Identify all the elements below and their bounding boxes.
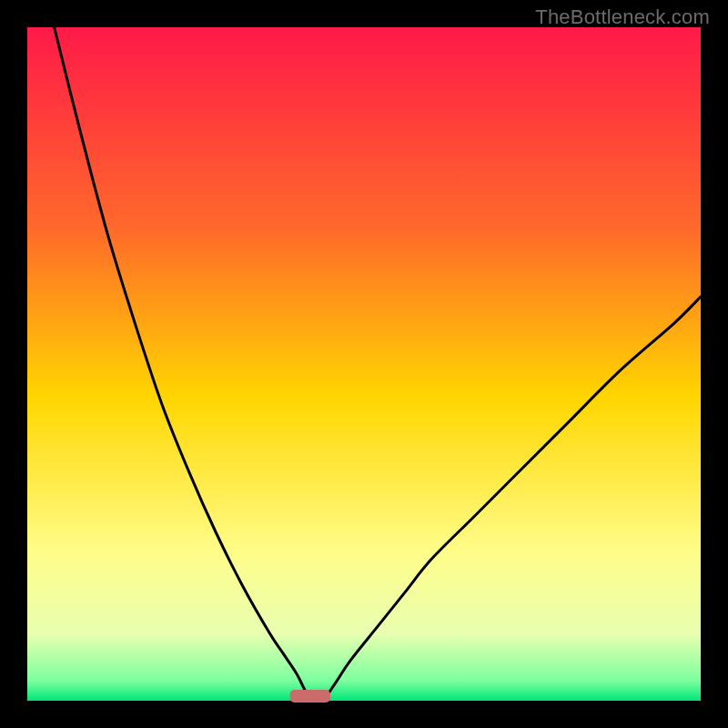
chart-frame: TheBottleneck.com: [0, 0, 728, 728]
watermark-text: TheBottleneck.com: [535, 5, 710, 29]
bottleneck-chart: [0, 0, 728, 728]
optimum-marker: [290, 690, 330, 703]
plot-background: [27, 27, 701, 701]
